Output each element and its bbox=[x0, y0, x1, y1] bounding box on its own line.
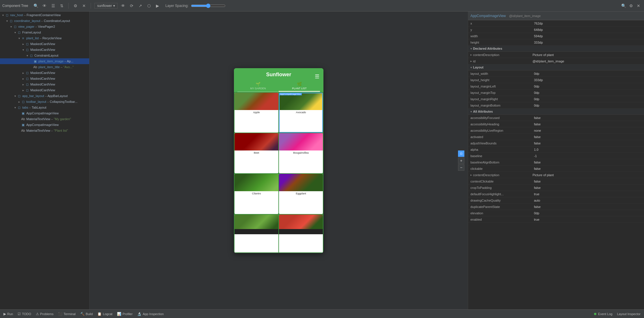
masked1-arrow: ▸ bbox=[21, 42, 25, 46]
attr-row-content-desc[interactable]: ▸ contentDescription Picture of plant bbox=[468, 52, 644, 58]
plant-card-beet[interactable]: Beet bbox=[234, 133, 278, 173]
problems-button[interactable]: ⚠ Problems bbox=[35, 311, 55, 317]
3d-icon[interactable]: ⬡ bbox=[146, 3, 152, 9]
tab-my-garden[interactable]: 🌱 MY GARDEN bbox=[237, 80, 279, 92]
attr-row-id[interactable]: ▸ id @id/plant_item_image bbox=[468, 58, 644, 64]
tree-item-toolbar[interactable]: ▸ ◻ toolbar_layout – CollapsingToolbar..… bbox=[0, 99, 89, 105]
attr-val-y: 648dp bbox=[534, 28, 642, 31]
tree-item-nav-host[interactable]: ▾ ◻ nav_host – FragmentContainerView bbox=[0, 12, 89, 18]
plant-card-eggplant[interactable]: Eggplant bbox=[279, 174, 323, 214]
problems-label: Problems bbox=[40, 312, 53, 316]
tab-plant-list[interactable]: 🌿 PLANT LIST bbox=[279, 80, 320, 92]
attributes-scroll[interactable]: x 762dp y 648dp width 594dp height 333dp… bbox=[468, 20, 644, 309]
plant-cilantro-name: Cilantro bbox=[234, 191, 278, 196]
tree-item-viewpager[interactable]: ▾ ◻ view_pager – ViewPager2 bbox=[0, 24, 89, 29]
nav-host-arrow: ▾ bbox=[1, 13, 5, 17]
tree-item-masked2[interactable]: ▾ ◻ MaskedCardView bbox=[0, 47, 89, 53]
plant-beet-name: Beet bbox=[234, 150, 278, 155]
attr-val-default-focus: true bbox=[534, 192, 642, 196]
attr-key-alpha: alpha bbox=[470, 148, 534, 151]
declared-attrs-section[interactable]: ▾ Declared Attributes bbox=[468, 46, 644, 52]
close-attrs-icon[interactable]: ✕ bbox=[635, 3, 642, 9]
masked1-icon: ◻ bbox=[25, 42, 29, 46]
layout-inspector-button[interactable]: Layout Inspector bbox=[616, 312, 642, 316]
eye-icon[interactable]: 👁 bbox=[41, 3, 48, 9]
plant-card-cilantro[interactable]: Cilantro bbox=[234, 174, 278, 214]
list-icon[interactable]: ☰ bbox=[50, 3, 56, 9]
logcat-label: Logcat bbox=[103, 312, 112, 316]
search-attrs-icon[interactable]: 🔍 bbox=[620, 3, 627, 9]
attr-key-id: id bbox=[473, 59, 533, 63]
plant-card-avocado[interactable]: AppCompatImageView Avocado bbox=[279, 93, 323, 133]
viewpager-arrow: ▾ bbox=[9, 25, 13, 28]
logcat-button[interactable]: 📋 Logcat bbox=[96, 311, 113, 317]
attr-val-layout-width: 0dp bbox=[534, 72, 642, 75]
compat-img2-icon: ▣ bbox=[21, 122, 25, 127]
run-button[interactable]: ▶ Run bbox=[2, 311, 14, 317]
filter-icon[interactable]: ☰ bbox=[315, 73, 319, 80]
all-attrs-section[interactable]: ▾ All Attributes bbox=[468, 109, 644, 115]
toolbar-separator-1 bbox=[68, 3, 69, 9]
tabs-arrow: ▾ bbox=[13, 106, 17, 109]
attr-key-margin-left: layout_marginLeft bbox=[470, 85, 534, 88]
attr-row-clickable: clickable false bbox=[468, 165, 644, 172]
export-icon[interactable]: ↗ bbox=[137, 3, 144, 9]
tree-item-appbar[interactable]: ▾ ◻ app_bar_layout – AppBarLayout bbox=[0, 93, 89, 99]
center-panel: Sunflower ☰ 🌱 MY GARDEN 🌿 PLANT LIST bbox=[90, 12, 468, 309]
attr-row-duplicate-parent: duplicateParentState false bbox=[468, 204, 644, 210]
layout-section[interactable]: ▾ Layout bbox=[468, 64, 644, 70]
build-button[interactable]: 🔨 Build bbox=[79, 311, 94, 317]
tree-item-coordinator[interactable]: ▾ ◻ coordinator_layout – CoordinatorLayo… bbox=[0, 18, 89, 24]
all-attrs-title: All Attributes bbox=[473, 110, 493, 113]
fit-button[interactable]: ⊡ bbox=[458, 150, 464, 157]
plant-card-bougainvillea[interactable]: Bougainvillea bbox=[279, 133, 323, 173]
close-icon[interactable]: ✕ bbox=[81, 3, 87, 9]
app-inspection-button[interactable]: 🔬 App Inspection bbox=[136, 311, 165, 317]
tree-item-masked6[interactable]: ▸ ◻ MaskedCardView bbox=[0, 87, 89, 93]
masked6-text: MaskedCardView bbox=[30, 88, 55, 92]
layer-spacing-slider[interactable] bbox=[191, 3, 226, 8]
coordinator-text: coordinator_layout – CoordinatorLayout bbox=[14, 19, 70, 23]
profiler-button[interactable]: 📊 Profiler bbox=[116, 311, 134, 317]
compat-img2-arrow bbox=[17, 123, 21, 127]
masked1-text: MaskedCardView bbox=[30, 42, 55, 46]
tree-item-compat-img2[interactable]: ▣ AppCompatImageView bbox=[0, 122, 89, 128]
tree-item-plant-list[interactable]: ▾ ≡ plant_list – RecyclerView bbox=[0, 35, 89, 41]
tree-item-framelayout[interactable]: ▾ ◻ FrameLayout bbox=[0, 29, 89, 35]
terminal-button[interactable]: ⬛ Terminal bbox=[57, 311, 77, 317]
plant-card-hibiscus[interactable] bbox=[279, 215, 323, 252]
preview-icon[interactable]: 👁 bbox=[120, 3, 126, 9]
attr-row-content-desc2[interactable]: ▸ contentDescription Picture of plant bbox=[468, 172, 644, 178]
play-icon[interactable]: ▶ bbox=[155, 3, 161, 9]
refresh-icon[interactable]: ⟳ bbox=[129, 3, 135, 9]
tree-item-material-text1[interactable]: Ab MaterialTextView – "My garden" bbox=[0, 116, 89, 122]
tree-item-constraint[interactable]: ▾ ◻ ConstraintLayout bbox=[0, 53, 89, 58]
zoom-in-button[interactable]: + bbox=[458, 157, 464, 164]
zoom-out-button[interactable]: − bbox=[458, 164, 464, 171]
tree-item-tabs[interactable]: ▾ ◻ tabs – TabLayout bbox=[0, 105, 89, 110]
tree-item-compat-img1[interactable]: ▣ AppCompatImageView bbox=[0, 110, 89, 116]
plant-avocado-img bbox=[279, 93, 323, 110]
plant-card-apple[interactable]: Apple bbox=[234, 93, 278, 133]
tree-item-material-text2[interactable]: Ab MaterialTextView – "Plant list" bbox=[0, 128, 89, 133]
tree-item-masked4[interactable]: ▸ ◻ MaskedCardView bbox=[0, 76, 89, 81]
tree-item-plant-image[interactable]: ▣ plant_item_image – Ap... bbox=[0, 58, 89, 64]
settings-attrs-icon[interactable]: ⚙ bbox=[628, 3, 634, 9]
tree-item-masked5[interactable]: ▸ ◻ MaskedCardView bbox=[0, 81, 89, 87]
settings-icon[interactable]: ⚙ bbox=[72, 3, 79, 9]
tree-item-plant-title[interactable]: Ab plant_item_title – "Avo..." bbox=[0, 64, 89, 70]
terminal-icon: ⬛ bbox=[58, 312, 62, 316]
search-icon[interactable]: 🔍 bbox=[33, 3, 39, 9]
attr-row-width: width 594dp bbox=[468, 33, 644, 39]
event-log-button[interactable]: Event Log bbox=[593, 312, 614, 316]
attr-row-margin-right: layout_marginRight 0dp bbox=[468, 96, 644, 102]
tree-item-masked1[interactable]: ▸ ◻ MaskedCardView bbox=[0, 41, 89, 47]
collapse-icon[interactable]: ⇅ bbox=[59, 3, 65, 9]
attr-val-a11y-live: none bbox=[534, 129, 642, 132]
attr-row-elevation: elevation 0dp bbox=[468, 210, 644, 216]
plant-card-fennel[interactable] bbox=[234, 215, 278, 252]
tree-item-masked3[interactable]: ▸ ◻ MaskedCardView bbox=[0, 70, 89, 76]
sunflower-dropdown[interactable]: sunflower ▾ bbox=[94, 3, 117, 9]
attr-val-margin-right: 0dp bbox=[534, 97, 642, 101]
todo-button[interactable]: ☑ TODO bbox=[16, 311, 32, 317]
